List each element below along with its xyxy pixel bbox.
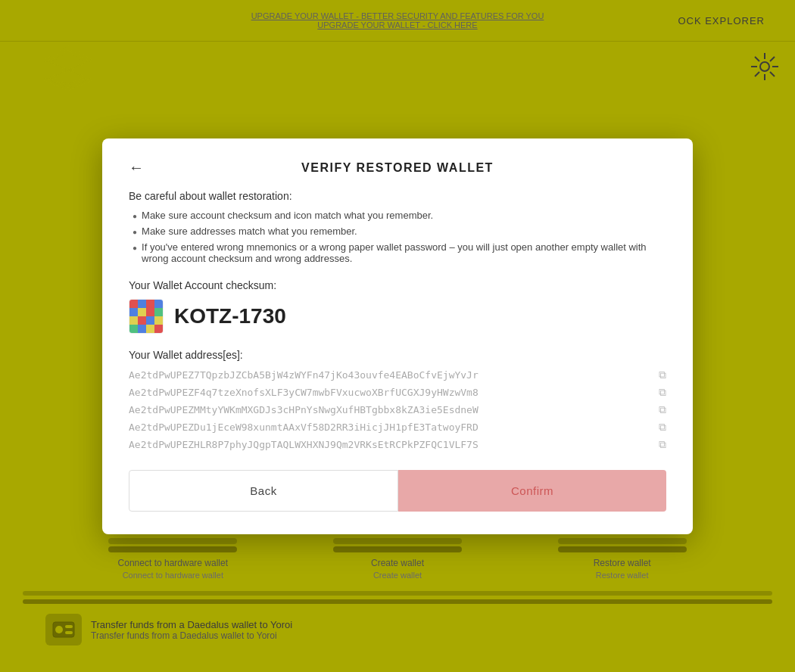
address-row-3: Ae2tdPwUPEZMMtyYWKmMXGDJs3cHPnYsNwgXufHB… <box>129 403 666 416</box>
svg-rect-28 <box>138 316 146 325</box>
svg-rect-23 <box>129 308 138 316</box>
address-row-5: Ae2tdPwUPEZHLR8P7phyJQgpTAQLWXHXNJ9Qm2VR… <box>129 438 666 451</box>
bullet-text-1: Make sure account checksum and icon matc… <box>142 210 433 221</box>
svg-rect-27 <box>129 316 138 325</box>
bullet-dot-3: ● <box>132 244 137 252</box>
address-text-2: Ae2tdPwUPEZF4q7tzeXnofsXLF3yCW7mwbFVxucw… <box>129 387 653 398</box>
bullet-text-3: If you've entered wrong mnemonics or a w… <box>142 241 666 264</box>
svg-rect-22 <box>154 300 163 308</box>
modal-actions: Back Confirm <box>129 470 666 512</box>
bullet-dot-1: ● <box>132 212 137 220</box>
svg-rect-19 <box>129 300 138 308</box>
copy-icon-5[interactable]: ⧉ <box>659 438 666 451</box>
modal-title: VERIFY RESTORED WALLET <box>129 161 666 175</box>
bullet-item-2: ● Make sure addresses match what you rem… <box>132 226 666 237</box>
back-arrow-icon: ← <box>129 159 144 176</box>
address-row-2: Ae2tdPwUPEZF4q7tzeXnofsXLF3yCW7mwbFVxucw… <box>129 386 666 399</box>
addresses-section-label: Your Wallet address[es]: <box>129 349 666 361</box>
verify-wallet-modal: ← VERIFY RESTORED WALLET Be careful abou… <box>102 138 693 534</box>
svg-rect-34 <box>154 325 163 333</box>
svg-rect-20 <box>138 300 146 308</box>
modal-overlay: ← VERIFY RESTORED WALLET Be careful abou… <box>0 0 795 672</box>
bullet-dot-2: ● <box>132 228 137 236</box>
copy-icon-3[interactable]: ⧉ <box>659 403 666 416</box>
svg-rect-30 <box>154 316 163 325</box>
svg-rect-29 <box>146 316 154 325</box>
svg-rect-26 <box>154 308 163 316</box>
bullet-text-2: Make sure addresses match what you remem… <box>142 226 357 237</box>
copy-icon-4[interactable]: ⧉ <box>659 421 666 434</box>
copy-icon-1[interactable]: ⧉ <box>659 369 666 381</box>
bullet-item-3: ● If you've entered wrong mnemonics or a… <box>132 241 666 264</box>
svg-rect-31 <box>129 325 138 333</box>
modal-back-icon-btn[interactable]: ← <box>129 159 144 176</box>
modal-header: ← VERIFY RESTORED WALLET <box>129 161 666 175</box>
copy-icon-2[interactable]: ⧉ <box>659 386 666 399</box>
modal-bullets-list: ● Make sure account checksum and icon ma… <box>129 210 666 264</box>
modal-warning-text: Be careful about wallet restoration: <box>129 190 666 202</box>
address-text-1: Ae2tdPwUPEZ7TQpzbJZCbA5BjW4zWYFn47jKo43o… <box>129 369 653 381</box>
address-row-4: Ae2tdPwUPEZDu1jEceW98xunmtAAxVf58D2RR3iH… <box>129 421 666 434</box>
address-text-3: Ae2tdPwUPEZMMtyYWKmMXGDJs3cHPnYsNwgXufHB… <box>129 404 653 415</box>
addresses-list: Ae2tdPwUPEZ7TQpzbJZCbA5BjW4zWYFn47jKo43o… <box>129 369 666 451</box>
back-button[interactable]: Back <box>129 470 398 512</box>
svg-rect-32 <box>138 325 146 333</box>
svg-rect-24 <box>138 308 146 316</box>
svg-rect-33 <box>146 325 154 333</box>
checksum-avatar <box>129 299 164 334</box>
svg-rect-25 <box>146 308 154 316</box>
checksum-row: KOTZ-1730 <box>129 299 666 334</box>
address-text-5: Ae2tdPwUPEZHLR8P7phyJQgpTAQLWXHXNJ9Qm2VR… <box>129 439 653 450</box>
confirm-button[interactable]: Confirm <box>398 470 666 512</box>
address-row-1: Ae2tdPwUPEZ7TQpzbJZCbA5BjW4zWYFn47jKo43o… <box>129 369 666 381</box>
checksum-section-label: Your Wallet Account checksum: <box>129 279 666 291</box>
checksum-code: KOTZ-1730 <box>174 304 286 328</box>
bullet-item-1: ● Make sure account checksum and icon ma… <box>132 210 666 221</box>
svg-rect-21 <box>146 300 154 308</box>
address-text-4: Ae2tdPwUPEZDu1jEceW98xunmtAAxVf58D2RR3iH… <box>129 422 653 433</box>
